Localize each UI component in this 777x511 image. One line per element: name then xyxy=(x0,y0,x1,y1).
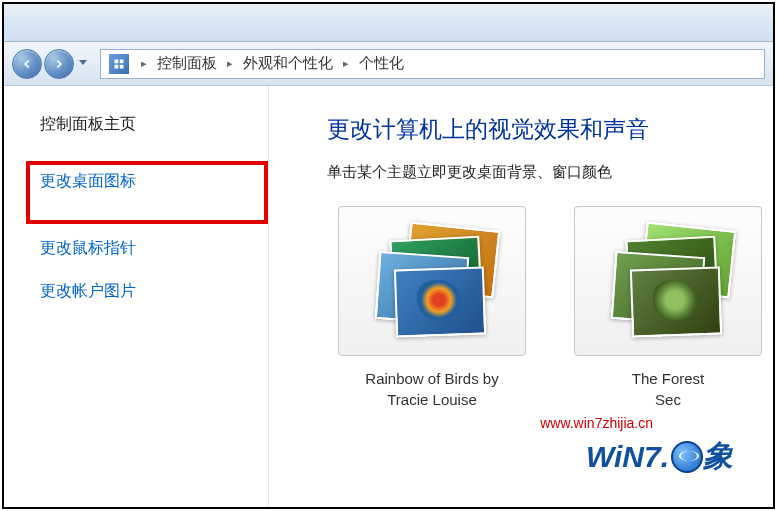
arrow-left-icon xyxy=(20,57,34,71)
svg-rect-1 xyxy=(120,59,124,63)
breadcrumb-item[interactable]: 控制面板 xyxy=(155,54,219,73)
page-title: 更改计算机上的视觉效果和声音 xyxy=(327,114,773,145)
page-subtitle: 单击某个主题立即更改桌面背景、窗口颜色 xyxy=(327,163,773,182)
svg-rect-2 xyxy=(115,64,119,68)
arrow-right-icon xyxy=(52,57,66,71)
nav-toolbar: ▸ 控制面板 ▸ 外观和个性化 ▸ 个性化 xyxy=(4,42,773,86)
sidebar-link-account-picture[interactable]: 更改帐户图片 xyxy=(40,281,136,302)
control-panel-icon xyxy=(109,54,129,74)
forward-button[interactable] xyxy=(44,49,74,79)
sidebar-home-link[interactable]: 控制面板主页 xyxy=(40,114,268,135)
svg-rect-0 xyxy=(115,59,119,63)
breadcrumb-sep-icon: ▸ xyxy=(227,57,233,70)
window-titlebar xyxy=(4,4,773,42)
chevron-down-icon xyxy=(79,60,87,66)
breadcrumb-sep-icon: ▸ xyxy=(343,57,349,70)
theme-label: Rainbow of Birds by Tracie Louise xyxy=(365,368,498,410)
nav-history-dropdown[interactable] xyxy=(76,49,90,77)
theme-thumbnail xyxy=(574,206,762,356)
globe-icon xyxy=(671,441,703,473)
theme-item[interactable]: Rainbow of Birds by Tracie Louise xyxy=(327,206,537,410)
breadcrumb-item[interactable]: 外观和个性化 xyxy=(241,54,335,73)
theme-label: The Forest Sec xyxy=(632,368,705,410)
back-button[interactable] xyxy=(12,49,42,79)
watermark-url: www.win7zhijia.cn xyxy=(540,415,653,431)
theme-thumbnail xyxy=(338,206,526,356)
breadcrumb-item[interactable]: 个性化 xyxy=(357,54,406,73)
sidebar: 控制面板主页 更改桌面图标 更改鼠标指针 更改帐户图片 xyxy=(4,86,269,507)
svg-rect-3 xyxy=(120,64,124,68)
watermark-logo: WiN7. 象 xyxy=(586,436,733,477)
main-panel: 更改计算机上的视觉效果和声音 单击某个主题立即更改桌面背景、窗口颜色 Rainb… xyxy=(269,86,773,507)
breadcrumb[interactable]: ▸ 控制面板 ▸ 外观和个性化 ▸ 个性化 xyxy=(100,49,765,79)
sidebar-link-mouse-pointer[interactable]: 更改鼠标指针 xyxy=(40,238,136,259)
breadcrumb-sep-icon: ▸ xyxy=(141,57,147,70)
sidebar-link-desktop-icons[interactable]: 更改桌面图标 xyxy=(40,171,136,192)
theme-item[interactable]: The Forest Sec xyxy=(563,206,773,410)
